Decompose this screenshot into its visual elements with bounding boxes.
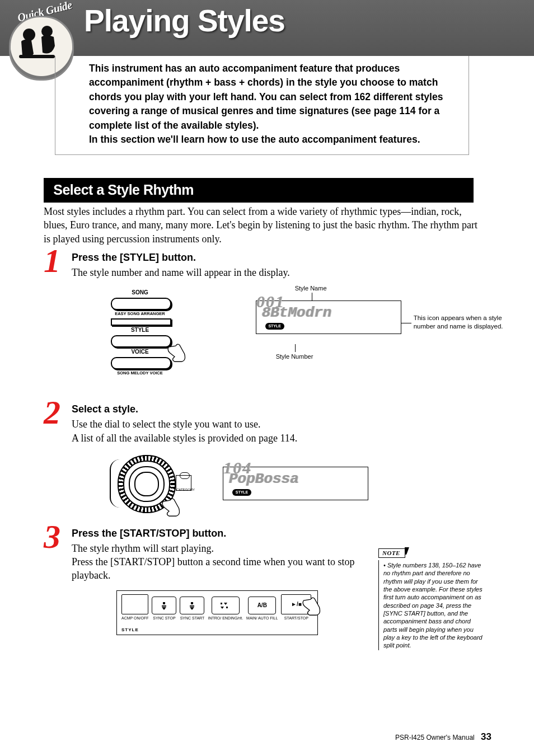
intro-text: This instrument has an auto accompanimen… (89, 62, 452, 147)
step-2: 2 Select a style. Use the dial to select… (44, 403, 486, 513)
easy-button (111, 318, 171, 326)
page-title: Playing Styles (84, 3, 285, 39)
style-section-label: STYLE (121, 627, 313, 632)
step-head: Select a style. (72, 403, 486, 415)
style-control-panel: ACMP ON/OFF SYNC STOP SYNC (116, 590, 318, 635)
svg-rect-7 (190, 605, 194, 607)
play-stop-icon: ►/■ (291, 601, 302, 607)
svg-point-0 (23, 29, 35, 41)
song-label: SONG (100, 289, 180, 295)
style-button (111, 335, 171, 348)
pointing-hand-icon (161, 497, 181, 517)
step-number: 1 (44, 244, 73, 278)
intro-ending-label: INTRO/ ENDING/rit. (208, 616, 243, 625)
step-text: Use the dial to select the style you wan… (72, 417, 486, 445)
melody-label: SONG MELODY VOICE (100, 370, 180, 375)
data-dial: CATEGORY (111, 454, 184, 513)
voice-button (111, 357, 171, 369)
acmp-label: ACMP ON/OFF (121, 616, 148, 625)
manual-page: Quick Guide Playing Styles This instrume… (0, 0, 534, 756)
svg-rect-6 (191, 602, 193, 604)
intro-box: This instrument has an auto accompanimen… (55, 56, 469, 155)
sync-start-label: SYNC START (180, 616, 205, 625)
start-stop-label: START/STOP (284, 616, 308, 625)
note-label: NOTE (378, 548, 405, 558)
lcd2-number: 104 (223, 459, 252, 476)
lcd1-style-tag: STYLE (265, 323, 284, 330)
section-heading: Select a Style Rhythm (44, 178, 474, 203)
page-number: 33 (481, 731, 491, 742)
mode-button-panel: SONG EASY SONG ARRANGER STYLE VOICE SONG… (100, 288, 200, 378)
note-body: Style numbers 138, 150–162 have no rhyth… (378, 560, 485, 650)
intro-ending-button (212, 597, 240, 614)
sync-start-icon (188, 601, 196, 610)
step-number: 3 (44, 520, 73, 553)
song-button (111, 298, 171, 310)
style-number-callout: Style Number (276, 353, 313, 360)
main-autofill-label: MAIN/ AUTO FILL (246, 616, 278, 625)
main-autofill-button: A/B (248, 597, 276, 614)
page-footer: PSR-I425 Owner's Manual 33 (0, 731, 534, 743)
step-head: Press the [STYLE] button. (72, 252, 486, 264)
step2-figure: CATEGORY PopBossa 104 STYLE (111, 454, 486, 513)
svg-point-1 (41, 26, 53, 37)
step-head: Press the [START/STOP] button. (72, 528, 486, 539)
svg-marker-5 (162, 607, 166, 610)
note-text: Style numbers 138, 150–162 have no rhyth… (383, 562, 483, 649)
section-intro: Most styles includes a rhythm part. You … (44, 205, 486, 246)
step-1: 1 Press the [STYLE] button. The style nu… (44, 252, 486, 378)
sync-stop-label: SYNC STOP (153, 616, 175, 625)
note-tab-icon (405, 547, 409, 555)
easy-label: EASY SONG ARRANGER (100, 311, 180, 316)
intro-ending-icon (219, 602, 232, 609)
svg-rect-3 (163, 602, 165, 604)
lcd-display-2: PopBossa 104 STYLE (223, 467, 368, 500)
style-name-callout: Style Name (295, 285, 327, 292)
sync-start-button (180, 597, 204, 614)
step-number: 2 (44, 396, 73, 429)
manual-name: PSR-I425 Owner's Manual (395, 734, 475, 741)
lcd-display-1: 8BtModrn 001 STYLE (256, 300, 401, 334)
note-box: NOTE Style numbers 138, 150–162 have no … (378, 547, 485, 650)
step1-figure: SONG EASY SONG ARRANGER STYLE VOICE SONG… (100, 288, 486, 378)
step-text: The style rhythm will start playing. Pre… (72, 542, 374, 583)
category-buttons: CATEGORY (176, 475, 191, 491)
pointing-hand-icon (167, 343, 186, 363)
acmp-button (121, 594, 148, 614)
svg-rect-2 (19, 55, 55, 58)
step-text: The style number and name will appear in… (72, 266, 486, 279)
ab-text: A/B (257, 602, 267, 608)
sync-stop-button (152, 597, 176, 614)
sync-stop-icon (160, 601, 168, 610)
svg-rect-4 (162, 605, 166, 607)
icon-callout: This icon appears when a style number an… (414, 314, 520, 331)
style-label: STYLE (100, 327, 180, 333)
lcd1-number: 001 (256, 293, 285, 310)
pointing-hand-icon (302, 597, 321, 616)
lcd2-style-tag: STYLE (232, 489, 251, 496)
svg-marker-8 (190, 607, 194, 610)
